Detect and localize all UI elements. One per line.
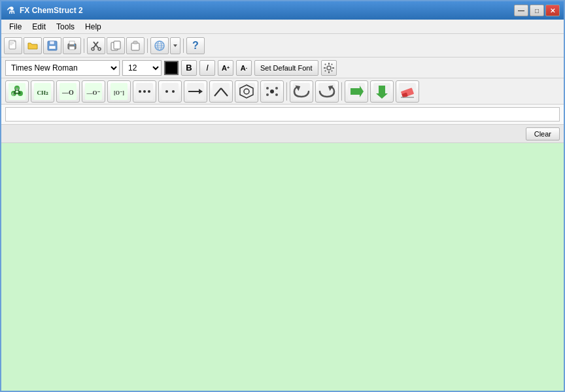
- open-icon: [27, 40, 39, 52]
- ch2-group-button[interactable]: CH₂: [31, 80, 54, 103]
- undo-button[interactable]: [290, 80, 313, 103]
- svg-point-71: [275, 87, 278, 90]
- separator-3: [183, 39, 184, 53]
- set-default-font-button[interactable]: Set Default Font: [254, 60, 318, 76]
- minimize-button[interactable]: —: [514, 5, 528, 16]
- menu-bar: File Edit Tools Help: [1, 20, 564, 34]
- menu-edit[interactable]: Edit: [27, 21, 51, 33]
- copy-button[interactable]: [107, 37, 125, 54]
- dots-group-icon: [262, 82, 282, 101]
- copy-icon: [110, 40, 122, 52]
- eraser-icon: [398, 82, 417, 101]
- arrow-right-button[interactable]: [184, 80, 207, 103]
- clear-button[interactable]: Clear: [526, 127, 560, 140]
- window-title: FX ChemStruct 2: [20, 6, 83, 15]
- svg-rect-9: [69, 46, 75, 50]
- svg-rect-19: [133, 41, 137, 44]
- app-icon: ⚗: [5, 5, 16, 16]
- svg-rect-2: [10, 43, 14, 44]
- menu-help[interactable]: Help: [80, 21, 107, 33]
- chevron-down-icon: [172, 42, 179, 49]
- svg-rect-35: [9, 83, 26, 100]
- svg-text:—O: —O: [61, 89, 74, 96]
- dots-triple-button[interactable]: [133, 80, 156, 103]
- svg-rect-1: [10, 42, 14, 42]
- oxygen-bracket-button[interactable]: [O⁻]: [107, 80, 131, 103]
- separator-2: [147, 39, 148, 53]
- bond-angle-button[interactable]: [209, 80, 233, 103]
- undo-icon: [292, 82, 311, 101]
- dots-triple-icon: [135, 82, 154, 101]
- menu-tools[interactable]: Tools: [51, 21, 80, 33]
- eraser-button[interactable]: [396, 80, 419, 103]
- svg-rect-34: [331, 70, 333, 72]
- font-toolbar: Times New Roman 12 B I A+ A- Set Default…: [1, 57, 564, 78]
- svg-point-58: [172, 90, 175, 93]
- standard-toolbar: ?: [1, 34, 564, 57]
- globe-icon: [154, 40, 165, 52]
- settings-button[interactable]: [321, 60, 337, 76]
- svg-point-57: [165, 90, 168, 93]
- paste-icon: [129, 40, 141, 52]
- subscript-button[interactable]: A-: [236, 60, 252, 76]
- dots-group-button[interactable]: [260, 80, 284, 103]
- separator-1: [84, 39, 84, 53]
- forward-button[interactable]: [345, 80, 368, 103]
- svg-rect-31: [324, 63, 326, 65]
- italic-button[interactable]: I: [199, 60, 215, 76]
- svg-text:C: C: [12, 92, 14, 96]
- clear-bar: Clear: [1, 125, 564, 143]
- oxygen-charged-icon: —O⁻: [84, 82, 103, 101]
- svg-point-69: [270, 90, 274, 93]
- oxygen-charged-button[interactable]: —O⁻: [82, 80, 105, 103]
- maximize-button[interactable]: □: [530, 5, 544, 16]
- bond-angle-icon: [211, 82, 231, 101]
- svg-rect-65: [238, 83, 255, 100]
- font-name-select[interactable]: Times New Roman: [5, 60, 120, 76]
- chem-separator-1: [286, 82, 287, 101]
- print-button[interactable]: [63, 37, 81, 54]
- svg-point-70: [266, 87, 269, 90]
- menu-file[interactable]: File: [4, 21, 27, 33]
- open-button[interactable]: [24, 37, 42, 54]
- bold-button[interactable]: B: [181, 60, 197, 76]
- web-dropdown-button[interactable]: [170, 37, 180, 54]
- dots-double-icon: [160, 82, 180, 101]
- color-swatch[interactable]: [164, 61, 179, 75]
- molecule-button[interactable]: C H: [5, 80, 29, 103]
- close-button[interactable]: ✕: [545, 5, 560, 16]
- cut-icon: [90, 40, 102, 52]
- dots-double-button[interactable]: [158, 80, 182, 103]
- svg-point-14: [92, 48, 94, 50]
- paste-button[interactable]: [126, 37, 145, 54]
- font-size-select[interactable]: 12: [122, 60, 162, 76]
- formula-input[interactable]: [5, 107, 560, 122]
- svg-point-53: [139, 90, 141, 93]
- new-button[interactable]: [4, 37, 22, 54]
- down-arrow-icon: [372, 82, 392, 101]
- oxygen-single-button[interactable]: —O: [56, 80, 80, 103]
- down-arrow-button[interactable]: [370, 80, 394, 103]
- svg-point-26: [327, 66, 331, 70]
- svg-rect-17: [114, 41, 120, 49]
- svg-rect-7: [49, 46, 56, 49]
- svg-marker-25: [173, 44, 177, 47]
- title-controls: — □ ✕: [514, 5, 560, 16]
- web-button[interactable]: [150, 37, 169, 54]
- save-button[interactable]: [43, 37, 61, 54]
- svg-text:H: H: [16, 87, 18, 91]
- svg-point-54: [143, 90, 146, 93]
- cut-button[interactable]: [87, 37, 105, 54]
- new-icon: [7, 40, 19, 52]
- superscript-button[interactable]: A+: [218, 60, 233, 76]
- svg-rect-10: [69, 41, 75, 44]
- svg-point-55: [148, 90, 150, 93]
- svg-rect-62: [213, 83, 230, 100]
- help-button[interactable]: ?: [186, 37, 205, 54]
- main-window: ⚗ FX ChemStruct 2 — □ ✕ File Edit Tools …: [0, 0, 565, 392]
- redo-button[interactable]: [315, 80, 339, 103]
- svg-text:[O⁻]: [O⁻]: [114, 90, 124, 96]
- redo-icon: [317, 82, 337, 101]
- main-canvas[interactable]: [1, 143, 564, 391]
- ring-partial-button[interactable]: [235, 80, 258, 103]
